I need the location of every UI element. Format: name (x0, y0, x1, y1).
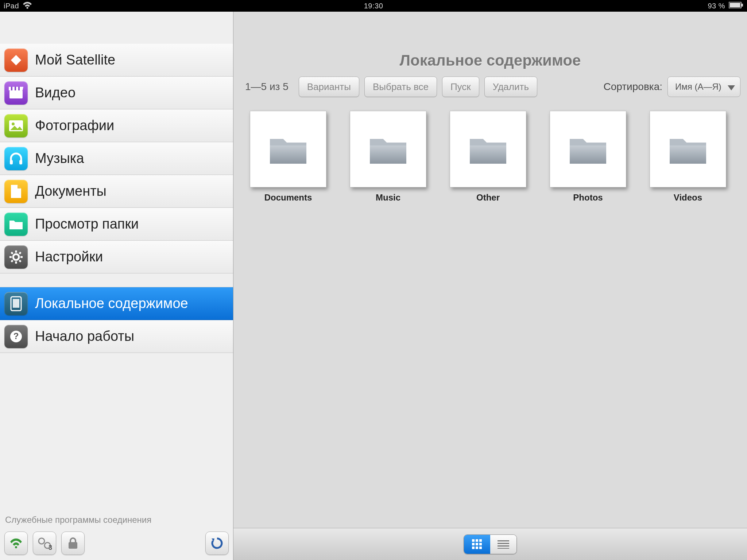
select-all-button[interactable]: Выбрать все (364, 77, 437, 97)
folder-other[interactable]: Other (448, 111, 528, 203)
play-button[interactable]: Пуск (442, 77, 479, 97)
variants-button[interactable]: Варианты (299, 77, 359, 97)
svg-line-22 (11, 260, 13, 262)
sidebar-item-label: Документы (35, 183, 107, 199)
wifi-button[interactable] (4, 532, 28, 555)
folder-photos[interactable]: Photos (548, 111, 628, 203)
svg-rect-13 (19, 160, 22, 164)
sidebar-item-headphones[interactable]: Музыка (0, 142, 233, 175)
folder-icon (550, 111, 626, 187)
folder-grid: DocumentsMusicOtherPhotosVideos (233, 104, 747, 210)
delete-button[interactable]: Удалить (484, 77, 537, 97)
svg-point-14 (13, 254, 19, 260)
svg-rect-32 (470, 145, 506, 164)
svg-rect-24 (13, 299, 19, 308)
folder-documents[interactable]: Documents (248, 111, 328, 203)
content-toolbar: 1—5 из 5 Варианты Выбрать все Пуск Удали… (233, 77, 747, 104)
svg-point-11 (12, 122, 15, 125)
sidebar-item-doc[interactable]: Документы (0, 175, 233, 208)
svg-rect-4 (11, 55, 21, 65)
svg-rect-45 (498, 543, 509, 544)
sidebar-item-label: Фотографии (35, 118, 114, 133)
device-label: iPad (4, 2, 19, 10)
svg-rect-31 (370, 145, 406, 164)
sidebar-item-label: Просмотр папки (35, 216, 139, 232)
folder-icon (450, 111, 526, 187)
svg-rect-42 (476, 547, 478, 549)
lock-button[interactable] (61, 532, 85, 555)
svg-rect-47 (498, 548, 509, 549)
sort-select[interactable]: Имя (А—Я) (667, 77, 740, 97)
refresh-icon (211, 537, 223, 549)
sidebar-item-clapper[interactable]: Видео (0, 77, 233, 109)
wifi-icon (23, 1, 32, 11)
folder-icon (4, 213, 28, 236)
gear-icon (4, 245, 28, 269)
svg-rect-43 (479, 547, 482, 549)
svg-rect-40 (479, 543, 482, 545)
svg-rect-38 (472, 543, 475, 545)
doc-icon (4, 180, 28, 203)
sidebar-item-photo[interactable]: Фотографии (0, 109, 233, 142)
content-pane: Локальное содержимое 1—5 из 5 Варианты В… (233, 12, 747, 560)
help-icon: ? (4, 325, 28, 348)
pair-badge: 3 (49, 544, 52, 552)
folder-videos[interactable]: Videos (648, 111, 728, 203)
battery-icon (729, 2, 743, 10)
folder-label: Videos (674, 192, 702, 203)
device-icon (4, 292, 28, 315)
svg-rect-35 (472, 539, 475, 542)
lock-icon (67, 537, 78, 549)
pair-button[interactable]: 3 (33, 532, 56, 555)
svg-text:?: ? (13, 331, 19, 341)
svg-rect-12 (10, 160, 13, 164)
sidebar-item-label: Настройки (35, 249, 103, 265)
clock: 19:30 (364, 2, 383, 10)
clapper-icon (4, 81, 28, 105)
sidebar-item-diamond[interactable]: Мой Satellite (0, 44, 233, 77)
refresh-button[interactable] (205, 532, 229, 555)
list-view-button[interactable] (490, 535, 516, 554)
svg-rect-37 (479, 539, 482, 542)
sidebar-item-label: Начало работы (35, 328, 134, 344)
sidebar-item-label: Мой Satellite (35, 52, 115, 68)
svg-rect-8 (15, 87, 16, 90)
sidebar-item-device[interactable]: Локальное содержимое (0, 287, 233, 320)
battery-percent: 93 % (708, 2, 725, 10)
sort-label: Сортировка: (604, 81, 662, 93)
folder-label: Documents (264, 192, 312, 203)
svg-rect-39 (476, 543, 478, 545)
folder-icon (250, 111, 326, 187)
svg-rect-30 (270, 145, 306, 164)
sidebar-footer-label: Служебные программы соединения (0, 512, 233, 528)
wifi-icon (9, 538, 23, 548)
sidebar-gap (0, 273, 233, 287)
svg-rect-9 (18, 87, 20, 90)
svg-point-27 (39, 538, 44, 544)
sidebar-item-folder[interactable]: Просмотр папки (0, 208, 233, 241)
svg-rect-36 (476, 539, 478, 542)
svg-rect-7 (11, 87, 12, 90)
ios-status-bar: iPad 19:30 93 % (0, 0, 747, 12)
svg-line-19 (11, 252, 13, 254)
sidebar-item-gear[interactable]: Настройки (0, 241, 233, 273)
folder-music[interactable]: Music (348, 111, 428, 203)
view-mode-toggle (464, 534, 517, 554)
svg-rect-29 (69, 542, 77, 549)
sidebar-item-label: Локальное содержимое (35, 296, 188, 311)
folder-label: Other (476, 192, 500, 203)
sidebar: Мой SatelliteВидеоФотографииМузыкаДокуме… (0, 12, 233, 560)
photo-icon (4, 114, 28, 137)
svg-line-21 (19, 252, 21, 254)
svg-rect-34 (670, 145, 706, 164)
sidebar-toolbar: 3 (0, 528, 233, 560)
svg-rect-44 (498, 540, 509, 541)
content-title: Локальное содержимое (233, 44, 747, 77)
svg-rect-33 (570, 145, 606, 164)
grid-view-button[interactable] (464, 535, 490, 554)
sidebar-item-help[interactable]: ?Начало работы (0, 320, 233, 353)
list-icon (498, 540, 509, 549)
folder-icon (350, 111, 426, 187)
sort-value: Имя (А—Я) (675, 82, 721, 92)
diamond-icon (4, 48, 28, 72)
